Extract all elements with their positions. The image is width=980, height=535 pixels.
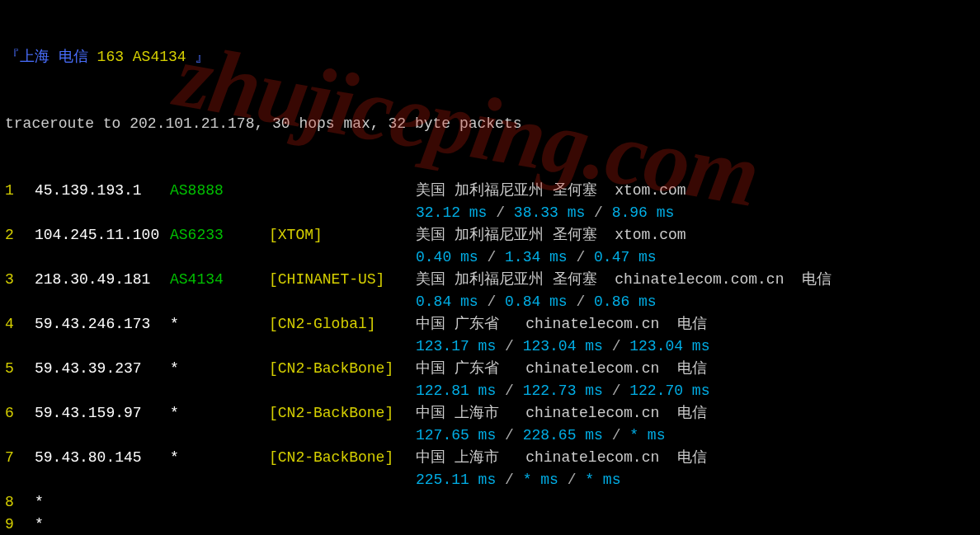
hop-network: [CN2-BackBone] bbox=[269, 402, 416, 425]
latency-value: 32.12 ms bbox=[416, 204, 487, 221]
hop-row: 459.43.246.173*[CN2-Global]中国 广东省 chinat… bbox=[5, 313, 975, 336]
hop-latency-row: 127.65 ms / 228.65 ms / * ms bbox=[5, 425, 975, 447]
latency-sep: / bbox=[603, 382, 629, 399]
latency-sep: / bbox=[603, 427, 629, 443]
hop-number: 9 bbox=[5, 514, 35, 535]
hop-ip: * bbox=[35, 514, 170, 535]
latency-value: 1.34 ms bbox=[505, 249, 568, 265]
hop-number: 7 bbox=[5, 447, 35, 469]
hop-isp: 电信 bbox=[784, 269, 832, 291]
header-asn: 163 AS4134 bbox=[97, 46, 196, 68]
hop-domain: chinatelecom.cn bbox=[525, 313, 659, 336]
hop-location: 中国 上海市 bbox=[416, 447, 525, 469]
hop-domain: xtom.com bbox=[615, 180, 686, 202]
hop-ip: 218.30.49.181 bbox=[35, 269, 170, 291]
hop-network: [CHINANET-US] bbox=[269, 269, 416, 291]
hop-isp: 电信 bbox=[659, 447, 707, 469]
latency-value: 123.04 ms bbox=[629, 338, 709, 354]
hop-latency-row: 0.84 ms / 0.84 ms / 0.86 ms bbox=[5, 291, 975, 313]
latency-sep: / bbox=[478, 293, 505, 310]
latency-value: 123.04 ms bbox=[523, 338, 603, 354]
latency-value: 0.40 ms bbox=[416, 249, 478, 265]
latency-sep: / bbox=[568, 249, 594, 265]
latency-sep: / bbox=[496, 472, 522, 488]
hop-ip: 104.245.11.100 bbox=[35, 224, 170, 246]
hop-network: [XTOM] bbox=[269, 224, 416, 246]
hop-row: 2104.245.11.100AS6233[XTOM]美国 加利福尼亚州 圣何塞… bbox=[5, 224, 975, 246]
latency-sep: / bbox=[585, 204, 611, 221]
hop-row: 759.43.80.145*[CN2-BackBone]中国 上海市 china… bbox=[5, 447, 975, 469]
trace-header: 『上海 电信 163 AS4134 』 bbox=[5, 46, 975, 68]
hop-latency: 225.11 ms / * ms / * ms bbox=[416, 469, 620, 491]
hop-location: 中国 广东省 bbox=[416, 313, 525, 336]
hop-location: 美国 加利福尼亚州 圣何塞 bbox=[416, 224, 615, 246]
hop-number: 5 bbox=[5, 358, 35, 380]
hop-number: 8 bbox=[5, 491, 35, 514]
hop-asn: * bbox=[170, 358, 269, 380]
hop-domain: chinatelecom.cn bbox=[525, 402, 659, 425]
hop-number: 6 bbox=[5, 402, 35, 425]
latency-value: * ms bbox=[585, 472, 620, 488]
latency-value: 228.65 ms bbox=[523, 427, 603, 443]
hop-asn: AS8888 bbox=[170, 180, 269, 202]
hop-ip: 59.43.159.97 bbox=[35, 402, 170, 425]
hop-isp: 电信 bbox=[659, 313, 707, 336]
header-loc: 上海 电信 bbox=[20, 46, 97, 68]
latency-value: 225.11 ms bbox=[416, 472, 496, 488]
header-close: 』 bbox=[195, 46, 210, 68]
hop-ip: 59.43.246.173 bbox=[35, 313, 170, 336]
hop-network: [CN2-BackBone] bbox=[269, 358, 416, 380]
hop-asn: AS4134 bbox=[170, 269, 269, 291]
latency-value: 0.84 ms bbox=[505, 293, 568, 310]
hop-latency-row: 0.40 ms / 1.34 ms / 0.47 ms bbox=[5, 246, 975, 269]
hop-isp: 电信 bbox=[659, 402, 707, 425]
hop-ip: 59.43.80.145 bbox=[35, 447, 170, 469]
latency-value: * ms bbox=[629, 427, 665, 443]
hop-location: 中国 广东省 bbox=[416, 358, 525, 380]
hop-latency: 127.65 ms / 228.65 ms / * ms bbox=[416, 425, 665, 447]
hop-latency: 122.81 ms / 122.73 ms / 122.70 ms bbox=[416, 380, 709, 402]
latency-value: 38.33 ms bbox=[514, 204, 585, 221]
hop-number: 2 bbox=[5, 224, 35, 246]
hop-domain: chinatelecom.cn bbox=[525, 447, 659, 469]
latency-value: 0.84 ms bbox=[416, 293, 478, 310]
latency-value: 127.65 ms bbox=[416, 427, 496, 443]
hop-asn: * bbox=[170, 447, 269, 469]
latency-sep: / bbox=[496, 338, 522, 354]
traceroute-command: traceroute to 202.101.21.178, 30 hops ma… bbox=[5, 113, 975, 135]
hop-ip: * bbox=[35, 491, 170, 514]
terminal: 『上海 电信 163 AS4134 』 traceroute to 202.10… bbox=[0, 0, 980, 535]
latency-sep: / bbox=[496, 382, 522, 399]
latency-sep: / bbox=[496, 427, 522, 443]
hop-ip: 59.43.39.237 bbox=[35, 358, 170, 380]
hop-latency: 32.12 ms / 38.33 ms / 8.96 ms bbox=[416, 202, 674, 224]
latency-sep: / bbox=[487, 204, 513, 221]
hop-row: 145.139.193.1AS8888美国 加利福尼亚州 圣何塞 xtom.co… bbox=[5, 180, 975, 202]
hop-network: [CN2-BackBone] bbox=[269, 447, 416, 469]
latency-value: 8.96 ms bbox=[612, 204, 675, 221]
hop-latency-row: 32.12 ms / 38.33 ms / 8.96 ms bbox=[5, 202, 975, 224]
latency-value: 0.47 ms bbox=[594, 249, 657, 265]
hop-latency: 0.84 ms / 0.84 ms / 0.86 ms bbox=[416, 291, 657, 313]
hop-latency-row: 225.11 ms / * ms / * ms bbox=[5, 469, 975, 491]
hop-row: 9* bbox=[5, 514, 975, 535]
hop-location: 中国 上海市 bbox=[416, 402, 525, 425]
latency-value: 123.17 ms bbox=[416, 338, 496, 354]
hop-number: 1 bbox=[5, 180, 35, 202]
latency-value: 122.73 ms bbox=[523, 382, 603, 399]
hop-number: 4 bbox=[5, 313, 35, 336]
hop-location: 美国 加利福尼亚州 圣何塞 bbox=[416, 269, 615, 291]
latency-value: 122.81 ms bbox=[416, 382, 496, 399]
hop-list: 145.139.193.1AS8888美国 加利福尼亚州 圣何塞 xtom.co… bbox=[5, 180, 975, 535]
hop-latency: 0.40 ms / 1.34 ms / 0.47 ms bbox=[416, 246, 657, 269]
hop-ip: 45.139.193.1 bbox=[35, 180, 170, 202]
hop-network bbox=[269, 180, 416, 202]
hop-latency: 123.17 ms / 123.04 ms / 123.04 ms bbox=[416, 336, 709, 358]
hop-asn: * bbox=[170, 313, 269, 336]
hop-number: 3 bbox=[5, 269, 35, 291]
hop-domain: xtom.com bbox=[615, 224, 686, 246]
latency-value: 0.86 ms bbox=[594, 293, 657, 310]
hop-domain: chinatelecom.com.cn bbox=[615, 269, 784, 291]
hop-latency-row: 123.17 ms / 123.04 ms / 123.04 ms bbox=[5, 336, 975, 358]
latency-value: 122.70 ms bbox=[629, 382, 709, 399]
